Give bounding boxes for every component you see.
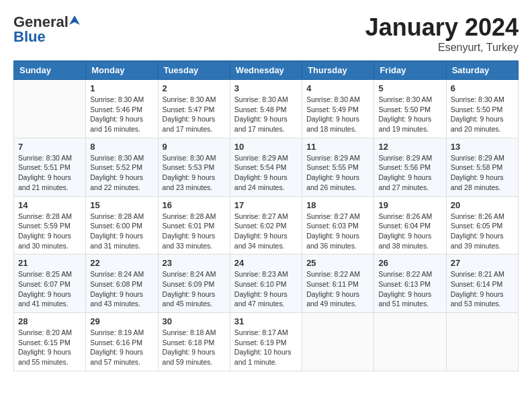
col-tuesday: Tuesday — [158, 61, 230, 80]
day-info: Sunrise: 8:26 AMSunset: 6:04 PMDaylight:… — [378, 212, 441, 251]
day-number: 18 — [306, 200, 369, 210]
day-info: Sunrise: 8:30 AMSunset: 5:53 PMDaylight:… — [163, 153, 226, 193]
day-info: Sunrise: 8:29 AMSunset: 5:56 PMDaylight:… — [378, 153, 441, 193]
day-info: Sunrise: 8:26 AMSunset: 6:05 PMDaylight:… — [451, 212, 514, 251]
day-number: 5 — [378, 83, 441, 93]
location-subtitle: Esenyurt, Turkey — [365, 42, 519, 54]
day-info: Sunrise: 8:29 AMSunset: 5:58 PMDaylight:… — [451, 153, 514, 193]
day-number: 14 — [18, 200, 81, 210]
day-number: 7 — [18, 142, 81, 152]
day-number: 29 — [90, 316, 153, 326]
table-row: 6Sunrise: 8:30 AMSunset: 5:50 PMDaylight… — [446, 80, 518, 138]
day-number: 27 — [451, 258, 514, 268]
day-number: 3 — [234, 83, 298, 93]
day-info: Sunrise: 8:30 AMSunset: 5:51 PMDaylight:… — [18, 153, 81, 193]
day-number: 21 — [18, 258, 81, 268]
day-number: 13 — [451, 142, 514, 152]
table-row: 24Sunrise: 8:23 AMSunset: 6:10 PMDayligh… — [230, 255, 302, 313]
day-number: 10 — [234, 142, 298, 152]
day-info: Sunrise: 8:22 AMSunset: 6:11 PMDaylight:… — [306, 269, 369, 309]
table-row: 3Sunrise: 8:30 AMSunset: 5:48 PMDaylight… — [230, 80, 302, 138]
svg-marker-0 — [69, 15, 80, 25]
table-row — [374, 313, 446, 371]
table-row: 4Sunrise: 8:30 AMSunset: 5:49 PMDaylight… — [302, 80, 374, 138]
day-info: Sunrise: 8:27 AMSunset: 6:03 PMDaylight:… — [306, 212, 369, 251]
day-number: 28 — [18, 316, 81, 326]
day-info: Sunrise: 8:21 AMSunset: 6:14 PMDaylight:… — [451, 269, 514, 309]
day-number: 2 — [163, 83, 226, 93]
table-row: 16Sunrise: 8:28 AMSunset: 6:01 PMDayligh… — [158, 196, 230, 255]
day-number: 24 — [234, 258, 298, 268]
table-row: 31Sunrise: 8:17 AMSunset: 6:19 PMDayligh… — [230, 313, 302, 371]
day-number: 9 — [163, 142, 226, 152]
table-row: 7Sunrise: 8:30 AMSunset: 5:51 PMDaylight… — [14, 138, 86, 196]
day-number: 20 — [451, 200, 514, 210]
table-row: 15Sunrise: 8:28 AMSunset: 6:00 PMDayligh… — [86, 196, 158, 255]
day-info: Sunrise: 8:29 AMSunset: 5:55 PMDaylight:… — [306, 153, 369, 193]
table-row: 17Sunrise: 8:27 AMSunset: 6:02 PMDayligh… — [230, 196, 302, 255]
table-row: 13Sunrise: 8:29 AMSunset: 5:58 PMDayligh… — [446, 138, 518, 196]
day-info: Sunrise: 8:24 AMSunset: 6:09 PMDaylight:… — [163, 269, 226, 309]
day-number: 31 — [234, 316, 298, 326]
day-info: Sunrise: 8:27 AMSunset: 6:02 PMDaylight:… — [234, 212, 298, 251]
day-number: 26 — [378, 258, 441, 268]
day-info: Sunrise: 8:20 AMSunset: 6:15 PMDaylight:… — [18, 328, 81, 367]
day-info: Sunrise: 8:24 AMSunset: 6:08 PMDaylight:… — [90, 269, 153, 309]
page-header: General Blue January 2024 Esenyurt, Turk… — [13, 13, 519, 54]
col-monday: Monday — [86, 61, 158, 80]
table-row: 18Sunrise: 8:27 AMSunset: 6:03 PMDayligh… — [302, 196, 374, 255]
calendar-table: Sunday Monday Tuesday Wednesday Thursday… — [13, 60, 519, 371]
day-info: Sunrise: 8:30 AMSunset: 5:49 PMDaylight:… — [306, 95, 369, 134]
day-number: 8 — [90, 142, 153, 152]
day-info: Sunrise: 8:28 AMSunset: 6:01 PMDaylight:… — [163, 212, 226, 251]
day-info: Sunrise: 8:30 AMSunset: 5:47 PMDaylight:… — [163, 95, 226, 134]
table-row — [302, 313, 374, 371]
table-row: 11Sunrise: 8:29 AMSunset: 5:55 PMDayligh… — [302, 138, 374, 196]
table-row: 2Sunrise: 8:30 AMSunset: 5:47 PMDaylight… — [158, 80, 230, 138]
col-thursday: Thursday — [302, 61, 374, 80]
table-row: 19Sunrise: 8:26 AMSunset: 6:04 PMDayligh… — [374, 196, 446, 255]
table-row: 27Sunrise: 8:21 AMSunset: 6:14 PMDayligh… — [446, 255, 518, 313]
table-row: 14Sunrise: 8:28 AMSunset: 5:59 PMDayligh… — [14, 196, 86, 255]
logo-blue-text: Blue — [13, 28, 46, 46]
day-number: 19 — [378, 200, 441, 210]
table-row: 10Sunrise: 8:29 AMSunset: 5:54 PMDayligh… — [230, 138, 302, 196]
table-row: 23Sunrise: 8:24 AMSunset: 6:09 PMDayligh… — [158, 255, 230, 313]
day-number: 12 — [378, 142, 441, 152]
day-info: Sunrise: 8:19 AMSunset: 6:16 PMDaylight:… — [90, 328, 153, 367]
day-info: Sunrise: 8:18 AMSunset: 6:18 PMDaylight:… — [163, 328, 226, 367]
day-info: Sunrise: 8:30 AMSunset: 5:50 PMDaylight:… — [451, 95, 514, 134]
day-number: 22 — [90, 258, 153, 268]
day-number: 30 — [163, 316, 226, 326]
table-row: 29Sunrise: 8:19 AMSunset: 6:16 PMDayligh… — [86, 313, 158, 371]
day-number: 4 — [306, 83, 369, 93]
day-info: Sunrise: 8:23 AMSunset: 6:10 PMDaylight:… — [234, 269, 298, 309]
col-wednesday: Wednesday — [230, 61, 302, 80]
logo: General Blue — [13, 13, 80, 46]
table-row: 12Sunrise: 8:29 AMSunset: 5:56 PMDayligh… — [374, 138, 446, 196]
table-row: 20Sunrise: 8:26 AMSunset: 6:05 PMDayligh… — [446, 196, 518, 255]
day-number: 11 — [306, 142, 369, 152]
table-row: 22Sunrise: 8:24 AMSunset: 6:08 PMDayligh… — [86, 255, 158, 313]
day-info: Sunrise: 8:30 AMSunset: 5:46 PMDaylight:… — [90, 95, 153, 134]
day-info: Sunrise: 8:30 AMSunset: 5:50 PMDaylight:… — [378, 95, 441, 134]
col-friday: Friday — [374, 61, 446, 80]
day-number: 17 — [234, 200, 298, 210]
table-row: 30Sunrise: 8:18 AMSunset: 6:18 PMDayligh… — [158, 313, 230, 371]
table-row: 21Sunrise: 8:25 AMSunset: 6:07 PMDayligh… — [14, 255, 86, 313]
day-info: Sunrise: 8:22 AMSunset: 6:13 PMDaylight:… — [378, 269, 441, 309]
table-row — [14, 80, 86, 138]
day-number: 25 — [306, 258, 369, 268]
day-number: 6 — [451, 83, 514, 93]
day-number: 1 — [90, 83, 153, 93]
table-row: 28Sunrise: 8:20 AMSunset: 6:15 PMDayligh… — [14, 313, 86, 371]
logo-bird-icon — [69, 15, 80, 26]
day-info: Sunrise: 8:28 AMSunset: 6:00 PMDaylight:… — [90, 212, 153, 251]
col-sunday: Sunday — [14, 61, 86, 80]
day-number: 16 — [163, 200, 226, 210]
table-row: 5Sunrise: 8:30 AMSunset: 5:50 PMDaylight… — [374, 80, 446, 138]
day-number: 23 — [163, 258, 226, 268]
col-saturday: Saturday — [446, 61, 518, 80]
day-info: Sunrise: 8:28 AMSunset: 5:59 PMDaylight:… — [18, 212, 81, 251]
day-info: Sunrise: 8:25 AMSunset: 6:07 PMDaylight:… — [18, 269, 81, 309]
